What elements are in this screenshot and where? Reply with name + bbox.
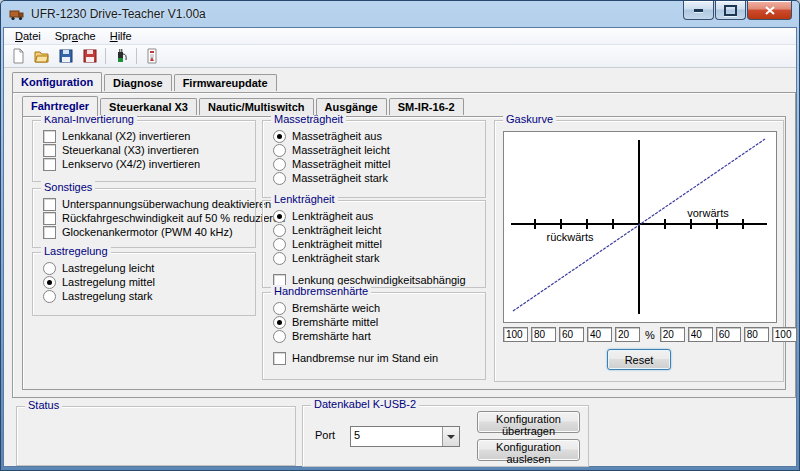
title-bar[interactable]: UFR-1230 Drive-Teacher V1.00a [0,0,800,27]
checkbox-rueckfahrgeschwindigkeit[interactable]: Rückfahrgeschwindigkeit auf 50 % reduzie… [43,211,251,225]
curve-input-pos40[interactable] [688,327,713,342]
tab-fahrtregler[interactable]: Fahrtregler [22,96,98,116]
window-title: UFR-1230 Drive-Teacher V1.00a [31,7,206,21]
client-area: Datei Sprache Hilfe [3,27,797,467]
radio-bremshaerte-weich[interactable]: Bremshärte weich [273,301,481,315]
checkbox-icon [43,130,56,143]
menu-bar: Datei Sprache Hilfe [4,28,796,45]
curve-input-pos80[interactable] [744,327,769,342]
checkbox-unterspannungsueberwachung[interactable]: Unterspannungsüberwachung deaktivieren [43,197,251,211]
radio-icon [273,210,286,223]
radio-lenktraegheit-leicht[interactable]: Lenkträgheit leicht [273,223,481,237]
checkbox-steuerkanal-x3-invertieren[interactable]: Steuerkanal (X3) invertieren [43,143,251,157]
konfiguration-uebertragen-button[interactable]: Konfiguration übertragen [477,411,580,433]
checkbox-icon [43,226,56,239]
radio-icon [273,158,286,171]
radio-icon [43,290,56,303]
form-area: Konfiguration Diagnose Firmwareupdate Fa… [4,68,796,466]
tab-diagnose[interactable]: Diagnose [104,74,172,91]
curve-input-neg60[interactable] [559,327,584,342]
group-title: Datenkabel K-USB-2 [311,398,419,410]
radio-bremshaerte-hart[interactable]: Bremshärte hart [273,329,481,343]
tab-sm-ir-16-2[interactable]: SM-IR-16-2 [389,98,464,115]
toolbar-separator [136,48,137,64]
curve-input-pos100[interactable] [772,327,797,342]
checkbox-icon [43,212,56,225]
radio-icon [273,144,286,157]
pdf-export-icon[interactable] [141,46,163,67]
chart-label-vorwaerts: vorwärts [687,207,729,219]
group-handbremsenhaerte: Handbremsenhärte Bremshärte weich Bremsh… [262,292,486,380]
minimize-icon [694,9,703,12]
menu-hilfe[interactable]: Hilfe [103,29,139,43]
radio-lenktraegheit-mittel[interactable]: Lenkträgheit mittel [273,237,481,251]
radio-lastregelung-stark[interactable]: Lastregelung stark [43,289,251,303]
window-controls [682,1,792,20]
radio-icon [273,172,286,185]
menu-datei[interactable]: Datei [8,29,48,43]
curve-input-neg40[interactable] [587,327,612,342]
tab-steuerkanal-x3[interactable]: Steuerkanal X3 [100,98,197,115]
curve-input-pos60[interactable] [716,327,741,342]
tab-nautic-multiswitch[interactable]: Nautic/Multiswitch [199,98,314,115]
tab-firmwareupdate[interactable]: Firmwareupdate [174,74,277,91]
radio-lastregelung-mittel[interactable]: Lastregelung mittel [43,275,251,289]
toolbar [4,45,796,68]
group-title: Lastregelung [41,245,111,257]
group-status: Status [16,406,296,466]
toolbar-separator [105,48,106,64]
reset-button[interactable]: Reset [607,349,671,370]
tab-ausgaenge[interactable]: Ausgänge [316,98,387,115]
menu-sprache[interactable]: Sprache [48,29,103,43]
minimize-button[interactable] [683,1,714,20]
open-file-icon[interactable] [31,46,53,67]
maximize-button[interactable] [715,1,746,20]
sub-tabstrip: Fahrtregler Steuerkanal X3 Nautic/Multis… [22,96,466,115]
radio-icon [273,238,286,251]
curve-input-neg100[interactable] [503,327,528,342]
curve-input-neg20[interactable] [615,327,640,342]
group-title: Lenkträgheit [271,193,338,205]
maximize-icon [724,5,737,16]
group-gaskurve: Gaskurve rückwärts [494,120,784,382]
group-lastregelung: Lastregelung Lastregelung leicht Lastreg… [32,252,256,316]
radio-bremshaerte-mittel[interactable]: Bremshärte mittel [273,315,481,329]
konfiguration-auslesen-button[interactable]: Konfiguration auslesen [477,439,580,461]
checkbox-glockenankermotor[interactable]: Glockenankermotor (PWM 40 kHz) [43,225,251,239]
checkbox-icon [273,352,286,365]
group-datenkabel: Datenkabel K-USB-2 Port 5 Konfiguration … [302,405,589,467]
combo-dropdown-button[interactable] [442,427,459,446]
radio-massetraegheit-leicht[interactable]: Masseträgheit leicht [273,143,481,157]
chart-label-rueckwaerts: rückwärts [546,231,594,243]
app-truck-icon [9,6,25,22]
radio-massetraegheit-mittel[interactable]: Masseträgheit mittel [273,157,481,171]
curve-input-pos20[interactable] [660,327,685,342]
radio-massetraegheit-aus[interactable]: Masseträgheit aus [273,129,481,143]
radio-lastregelung-leicht[interactable]: Lastregelung leicht [43,261,251,275]
radio-massetraegheit-stark[interactable]: Masseträgheit stark [273,171,481,185]
checkbox-handbremse-nur-im-stand[interactable]: Handbremse nur im Stand ein [273,351,481,365]
radio-lenktraegheit-stark[interactable]: Lenkträgheit stark [273,251,481,265]
tab-konfiguration[interactable]: Konfiguration [12,72,102,92]
main-tabstrip: Konfiguration Diagnose Firmwareupdate [12,72,279,91]
radio-lenktraegheit-aus[interactable]: Lenkträgheit aus [273,209,481,223]
gas-curve-chart[interactable]: rückwärts vorwärts [503,131,777,323]
save-file-icon[interactable] [55,46,77,67]
save-as-icon[interactable] [79,46,101,67]
radio-icon [273,130,286,143]
checkbox-lenkkanal-x2-invertieren[interactable]: Lenkkanal (X2) invertieren [43,129,251,143]
group-title: Gaskurve [503,113,556,125]
group-sonstiges: Sonstiges Unterspannungsüberwachung deak… [32,188,256,248]
port-value: 5 [351,427,442,446]
radio-icon [273,330,286,343]
port-combobox[interactable]: 5 [350,426,460,447]
group-lenktraegheit: Lenkträgheit Lenkträgheit aus Lenkträghe… [262,200,486,288]
new-file-icon[interactable] [7,46,29,67]
usb-connect-icon[interactable] [110,46,132,67]
radio-icon [43,262,56,275]
checkbox-lenkservo-x42-invertieren[interactable]: Lenkservo (X4/2) invertieren [43,157,251,171]
checkbox-icon [43,144,56,157]
close-button[interactable] [747,1,792,20]
percent-label: % [645,329,655,341]
curve-input-neg80[interactable] [531,327,556,342]
